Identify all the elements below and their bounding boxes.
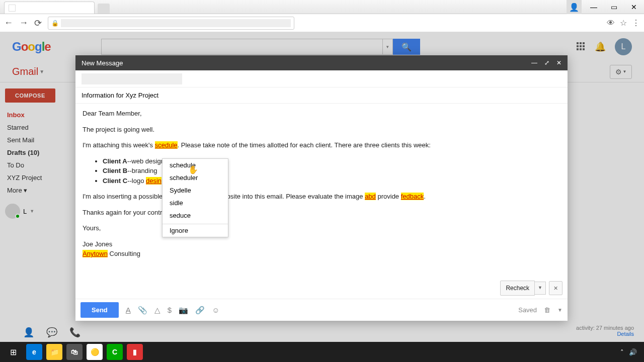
gear-icon: ⚙: [615, 68, 622, 76]
compose-window: New Message — ⤢ ✕ Information for Xyz Pr…: [75, 55, 568, 321]
more-options-icon[interactable]: ▼: [557, 307, 562, 313]
search-dropdown-icon[interactable]: ▼: [382, 39, 392, 54]
back-button[interactable]: ←: [4, 18, 13, 28]
forward-button[interactable]: →: [19, 18, 28, 28]
suggestion-item[interactable]: scheduler: [163, 171, 228, 184]
compose-button[interactable]: COMPOSE: [5, 88, 55, 103]
compose-popout-button[interactable]: ⤢: [544, 59, 549, 66]
taskbar-chrome-icon[interactable]: 🟡: [87, 344, 103, 360]
favicon-icon: [9, 5, 16, 12]
recipient-redacted: [82, 73, 182, 84]
reload-button[interactable]: ⟳: [34, 18, 42, 29]
attach-icon[interactable]: 📎: [138, 306, 147, 315]
discard-draft-icon[interactable]: 🗑: [544, 306, 550, 314]
hangouts-presence[interactable]: L ▼: [5, 204, 80, 219]
start-button[interactable]: ⊞: [2, 343, 24, 361]
browser-tab[interactable]: [4, 2, 95, 14]
hangouts-footer: 👤 💬 📞: [23, 327, 80, 338]
suggestion-item[interactable]: Sydelle: [163, 184, 228, 197]
window-close-button[interactable]: ✕: [624, 0, 644, 14]
body-p4: Thanks again for your contrib: [83, 208, 560, 218]
hangouts-chat-icon[interactable]: 💬: [46, 327, 57, 338]
taskbar-edge-icon[interactable]: e: [26, 344, 42, 360]
spellerror-abd[interactable]: abd: [365, 193, 376, 200]
search-icon: 🔍: [401, 42, 412, 52]
body-p2: I'm attaching this week's scedule. Pleas…: [83, 140, 560, 150]
address-bar[interactable]: 🔒: [48, 17, 294, 30]
spellerror-anytown[interactable]: Anytown: [83, 250, 108, 257]
window-minimize-button[interactable]: —: [584, 0, 604, 14]
account-activity: activity: 27 minutes ago Details: [576, 325, 634, 337]
google-logo[interactable]: Google: [12, 40, 51, 54]
spellerror-scedule[interactable]: scedule: [155, 141, 178, 149]
sidebar-item-more[interactable]: More ▾: [5, 184, 80, 197]
body-closing: Yours,: [83, 223, 560, 233]
browser-menu-icon[interactable]: ⋮: [632, 18, 640, 28]
spellerror-desin[interactable]: desin: [146, 177, 162, 185]
spellerror-fedback[interactable]: fedback: [401, 193, 424, 200]
emoji-icon[interactable]: ☺: [212, 306, 219, 314]
suggestion-ignore[interactable]: Ignore: [163, 224, 228, 237]
compose-body[interactable]: Dear Team Member, The project is going w…: [75, 104, 568, 299]
recheck-dropdown[interactable]: ▼: [535, 282, 546, 295]
activity-details-link[interactable]: Details: [617, 331, 634, 337]
compose-titlebar[interactable]: New Message — ⤢ ✕: [75, 55, 568, 70]
recheck-button[interactable]: Recheck: [500, 281, 535, 296]
compose-footer: Send A 📎 △ $ 📷 🔗 ☺ Saved 🗑 ▼: [75, 299, 568, 321]
compose-subject-field[interactable]: Information for Xyz Project: [75, 87, 568, 104]
compose-title-label: New Message: [82, 59, 123, 67]
taskbar-store-icon[interactable]: 🛍: [66, 344, 83, 360]
sidebar-item-todo[interactable]: To Do: [5, 159, 80, 171]
hangouts-contacts-icon[interactable]: 👤: [23, 327, 34, 338]
taskbar-explorer-icon[interactable]: 📁: [46, 344, 62, 360]
apps-grid-icon[interactable]: [577, 42, 586, 51]
saved-label: Saved: [518, 306, 537, 314]
sidebar-item-drafts[interactable]: Drafts (10): [5, 146, 80, 159]
notifications-bell-icon[interactable]: 🔔: [595, 41, 606, 52]
compose-close-button[interactable]: ✕: [556, 59, 561, 66]
suggestion-item[interactable]: schedule: [163, 159, 228, 171]
link-icon[interactable]: 🔗: [195, 306, 205, 315]
sidebar-item-starred[interactable]: Starred: [5, 121, 80, 134]
sidebar-item-xyz-project[interactable]: XYZ Project: [5, 171, 80, 184]
signature: Joe JonesAnytown Consulting: [83, 239, 560, 259]
sidebar: COMPOSE Inbox Starred Sent Mail Drafts (…: [0, 82, 86, 342]
window-maximize-button[interactable]: ▭: [604, 0, 624, 14]
taskbar-app-icon[interactable]: ▮: [127, 344, 143, 360]
browser-toolbar: ← → ⟳ 🔒 👁 ☆ ⋮: [0, 14, 644, 32]
tracking-eye-icon[interactable]: 👁: [607, 19, 615, 28]
suggestion-item[interactable]: sidle: [163, 197, 228, 209]
send-button[interactable]: Send: [80, 302, 119, 318]
chevron-down-icon: ▼: [39, 69, 44, 74]
body-p3: I'm also inserting a possibleebsite into…: [83, 192, 560, 202]
tray-chevron-icon[interactable]: ˄: [620, 348, 624, 356]
gmail-dropdown[interactable]: Gmail: [12, 66, 38, 77]
sidebar-item-sent[interactable]: Sent Mail: [5, 134, 80, 146]
new-tab-button[interactable]: [98, 4, 110, 14]
compose-to-field[interactable]: [75, 70, 568, 87]
drive-icon[interactable]: △: [154, 306, 160, 315]
money-icon[interactable]: $: [168, 306, 172, 314]
photo-icon[interactable]: 📷: [179, 306, 188, 315]
presence-name: L: [23, 208, 27, 215]
bookmark-star-icon[interactable]: ☆: [620, 18, 627, 28]
settings-gear-button[interactable]: ⚙▼: [610, 65, 632, 79]
spellcheck-suggestion-menu: schedule scheduler Sydelle sidle seduce …: [162, 158, 228, 237]
sidebar-item-inbox[interactable]: Inbox: [5, 109, 80, 121]
body-greeting: Dear Team Member,: [83, 109, 560, 119]
browser-user-icon[interactable]: 👤: [567, 0, 582, 14]
account-avatar[interactable]: L: [615, 38, 632, 55]
lock-icon: 🔒: [51, 20, 59, 27]
suggestion-item[interactable]: seduce: [163, 209, 228, 222]
hangouts-phone-icon[interactable]: 📞: [69, 327, 80, 338]
search-input[interactable]: ▼: [101, 39, 393, 55]
presence-avatar-icon: [5, 204, 20, 219]
formatting-icon[interactable]: A: [126, 306, 131, 314]
search-button[interactable]: 🔍: [393, 39, 420, 55]
tray-speaker-icon[interactable]: 🔊: [629, 348, 637, 356]
windows-taskbar: ⊞ e 📁 🛍 🟡 C ▮ ˄ 🔊: [0, 342, 644, 362]
compose-minimize-button[interactable]: —: [531, 59, 537, 66]
recheck-close-button[interactable]: ✕: [549, 281, 562, 296]
taskbar-camtasia-icon[interactable]: C: [107, 344, 123, 360]
body-p1: The project is going well.: [83, 125, 560, 135]
